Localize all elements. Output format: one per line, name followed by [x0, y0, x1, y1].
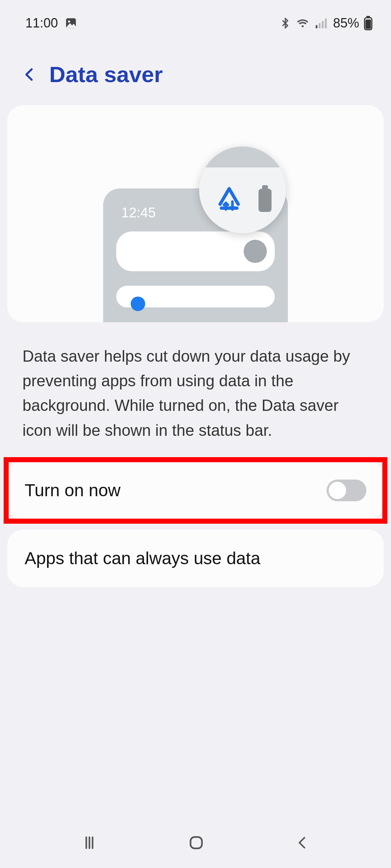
nav-recent-icon[interactable] — [80, 833, 99, 852]
illustration-card: 12:45 — [7, 105, 384, 322]
turn-on-toggle[interactable] — [327, 480, 366, 501]
wifi-icon — [295, 17, 310, 29]
battery-mini-icon — [258, 189, 272, 212]
navigation-bar — [0, 817, 391, 868]
status-bar-left: 11:00 — [25, 16, 77, 31]
svg-rect-4 — [322, 21, 324, 28]
status-time: 11:00 — [25, 16, 58, 31]
bluetooth-icon — [279, 16, 291, 30]
nav-back-icon[interactable] — [294, 834, 311, 851]
svg-point-1 — [68, 21, 70, 23]
data-saver-icon — [214, 185, 245, 216]
back-icon[interactable] — [22, 65, 38, 84]
magnifier — [199, 146, 286, 233]
nav-home-icon[interactable] — [186, 833, 206, 852]
page-title: Data saver — [49, 61, 163, 87]
description-text: Data saver helps cut down your data usag… — [0, 322, 391, 461]
status-bar-right: 85% — [279, 16, 373, 31]
svg-rect-8 — [366, 20, 371, 29]
svg-rect-5 — [325, 18, 327, 28]
header: Data saver — [0, 36, 391, 105]
turn-on-row[interactable]: Turn on now — [7, 461, 384, 520]
mock-pill-1 — [116, 231, 275, 271]
picture-icon — [64, 17, 77, 30]
always-allow-row[interactable]: Apps that can always use data — [7, 529, 384, 587]
svg-rect-12 — [190, 837, 202, 848]
mock-pill-2 — [116, 286, 275, 307]
signal-icon — [314, 17, 327, 29]
turn-on-label: Turn on now — [25, 480, 121, 500]
battery-icon — [363, 16, 373, 30]
battery-percentage: 85% — [333, 16, 359, 31]
always-allow-label: Apps that can always use data — [25, 548, 260, 568]
svg-rect-2 — [316, 25, 318, 29]
svg-rect-3 — [319, 23, 320, 28]
status-bar: 11:00 85% — [0, 0, 391, 36]
